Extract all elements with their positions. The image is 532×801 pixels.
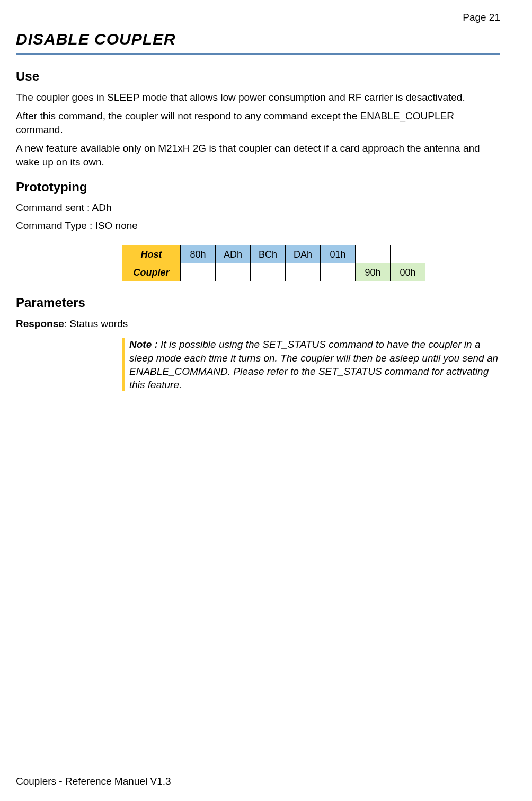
host-byte-cell: BCh — [251, 245, 286, 263]
table-row: Host 80h ADh BCh DAh 01h — [122, 245, 425, 263]
use-para-3: A new feature available only on M21xH 2G… — [16, 142, 500, 169]
use-heading: Use — [16, 68, 500, 85]
empty-cell — [286, 263, 321, 281]
response-text: : Status words — [64, 318, 128, 329]
host-byte-cell: DAh — [286, 245, 321, 263]
note-block: Note : It is possible using the SET_STAT… — [122, 338, 500, 391]
title-rule — [16, 53, 500, 55]
host-label-cell: Host — [122, 245, 181, 263]
host-byte-cell: 01h — [321, 245, 356, 263]
host-byte-cell: 80h — [181, 245, 216, 263]
command-sent: Command sent : ADh — [16, 201, 500, 215]
empty-cell — [321, 263, 356, 281]
note-text: It is possible using the SET_STATUS comm… — [129, 339, 498, 390]
coupler-label-cell: Coupler — [122, 263, 181, 281]
prototyping-heading: Prototyping — [16, 179, 500, 196]
use-para-2: After this command, the coupler will not… — [16, 109, 500, 136]
coupler-byte-cell: 00h — [391, 263, 425, 281]
empty-cell — [216, 263, 251, 281]
empty-cell — [391, 245, 425, 263]
note-label: Note : — [129, 339, 158, 350]
footer: Couplers - Reference Manuel V1.3 — [16, 774, 171, 788]
page-number: Page 21 — [16, 11, 500, 24]
response-label: Response — [16, 318, 64, 329]
command-type: Command Type : ISO none — [16, 219, 500, 233]
table-row: Coupler 90h 00h — [122, 263, 425, 281]
protocol-table: Host 80h ADh BCh DAh 01h Coupler 90h 00h — [122, 245, 500, 281]
page-title: DISABLE COUPLER — [16, 29, 500, 50]
coupler-byte-cell: 90h — [356, 263, 391, 281]
use-para-1: The coupler goes in SLEEP mode that allo… — [16, 91, 500, 104]
empty-cell — [356, 245, 391, 263]
host-byte-cell: ADh — [216, 245, 251, 263]
empty-cell — [181, 263, 216, 281]
response-line: Response: Status words — [16, 317, 500, 331]
empty-cell — [251, 263, 286, 281]
parameters-heading: Parameters — [16, 294, 500, 311]
